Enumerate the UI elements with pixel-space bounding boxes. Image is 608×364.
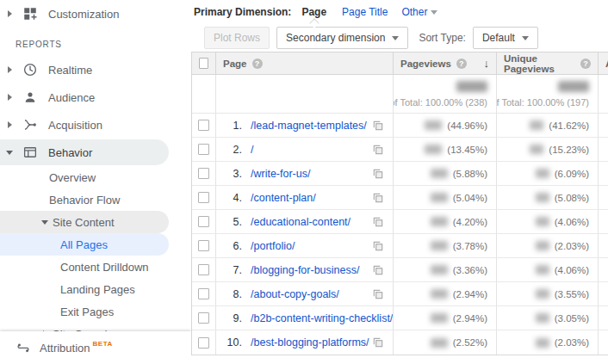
- redacted-value: [431, 265, 448, 275]
- open-page-icon[interactable]: [372, 288, 384, 300]
- open-page-icon[interactable]: [372, 168, 384, 180]
- row-checkbox[interactable]: [198, 312, 209, 324]
- open-page-icon[interactable]: [372, 216, 384, 228]
- unique-percent: (3.05%): [555, 313, 589, 324]
- row-checkbox[interactable]: [198, 168, 209, 179]
- column-header-page[interactable]: Page ?: [216, 52, 394, 74]
- redacted-value: [536, 217, 549, 226]
- analytics-app: Customization REPORTS Realtime Audience …: [0, 0, 608, 364]
- row-rank: 3.: [223, 168, 242, 180]
- row-checkbox[interactable]: [198, 216, 209, 227]
- row-rank: 7.: [223, 264, 242, 276]
- clock-icon: [22, 62, 38, 77]
- secondary-dimension-dropdown[interactable]: Secondary dimension: [276, 27, 408, 49]
- page-link[interactable]: /blogging-for-business/: [251, 264, 359, 276]
- table-row: 10. /best-blogging-platforms/ (2.52%) (2…: [192, 330, 608, 355]
- sort-descending-icon[interactable]: ↓: [484, 57, 490, 70]
- open-page-icon[interactable]: [372, 192, 384, 204]
- open-page-icon[interactable]: [372, 240, 384, 252]
- pageviews-percent: (2.94%): [453, 313, 487, 324]
- sidebar-item-behavior-flow[interactable]: Behavior Flow: [0, 188, 191, 211]
- sort-type-dropdown[interactable]: Default: [473, 27, 538, 49]
- sidebar-item-attribution[interactable]: Attribution BETA: [0, 331, 191, 364]
- row-pageviews-cell: (4.20%): [394, 210, 497, 233]
- sidebar-item-exit-pages[interactable]: Exit Pages: [0, 300, 191, 323]
- help-icon[interactable]: ?: [252, 59, 263, 69]
- open-page-icon[interactable]: [372, 120, 384, 132]
- chevron-down-icon: [392, 36, 399, 40]
- page-link[interactable]: /lead-magnet-templates/: [251, 120, 367, 132]
- row-checkbox[interactable]: [198, 240, 209, 251]
- expand-caret-icon[interactable]: [3, 66, 16, 73]
- expand-caret-icon[interactable]: [3, 94, 16, 101]
- row-page-cell: 5. /educational-content/: [216, 210, 394, 233]
- open-page-icon[interactable]: [372, 264, 384, 276]
- row-checkbox[interactable]: [198, 337, 209, 349]
- dimension-tab-page[interactable]: Page: [301, 6, 326, 18]
- page-link[interactable]: /about-copy-goals/: [251, 288, 339, 300]
- row-checkbox-cell: [192, 330, 216, 355]
- row-checkbox[interactable]: [198, 144, 209, 155]
- select-all-checkbox[interactable]: [199, 58, 208, 69]
- page-link[interactable]: /b2b-content-writing-checklist/: [251, 312, 393, 324]
- sidebar-item-content-drilldown[interactable]: Content Drilldown: [0, 256, 191, 278]
- sidebar-item-acquisition[interactable]: Acquisition: [0, 111, 191, 139]
- row-checkbox-cell: [192, 210, 216, 233]
- expand-caret-icon[interactable]: [3, 10, 16, 17]
- column-header-avg-truncated[interactable]: Av: [599, 52, 608, 74]
- sidebar-item-realtime[interactable]: Realtime: [0, 56, 191, 83]
- row-checkbox[interactable]: [198, 120, 209, 131]
- page-link[interactable]: /educational-content/: [251, 216, 351, 228]
- row-avg-cell: [599, 330, 608, 355]
- sidebar-item-overview[interactable]: Overview: [0, 166, 191, 188]
- page-link[interactable]: /best-blogging-platforms/: [251, 336, 369, 349]
- open-page-icon[interactable]: [372, 336, 384, 349]
- table-toolbar: Plot Rows Secondary dimension Sort Type:…: [204, 25, 608, 51]
- help-icon[interactable]: ?: [456, 59, 467, 69]
- row-checkbox-cell: [192, 162, 216, 185]
- row-avg-cell: [599, 258, 608, 281]
- sidebar-label: All Pages: [60, 238, 108, 251]
- sidebar-item-site-content[interactable]: Site Content: [0, 211, 169, 233]
- page-link[interactable]: /write-for-us/: [251, 168, 310, 180]
- collapse-caret-icon[interactable]: [40, 220, 50, 225]
- dimension-tab-page-title[interactable]: Page Title: [342, 6, 388, 18]
- row-checkbox[interactable]: [198, 288, 209, 299]
- redacted-value: [425, 120, 442, 130]
- help-icon[interactable]: ?: [580, 59, 591, 69]
- row-checkbox[interactable]: [198, 192, 209, 203]
- collapse-caret-icon[interactable]: [3, 151, 16, 155]
- dimension-tab-other[interactable]: Other: [401, 6, 437, 18]
- pageviews-percent: (5.88%): [453, 169, 487, 179]
- sidebar-item-behavior[interactable]: Behavior: [0, 139, 169, 165]
- row-checkbox-cell: [192, 114, 216, 137]
- open-page-icon[interactable]: [372, 144, 384, 156]
- pageviews-percent: (3.78%): [453, 241, 487, 251]
- row-pageviews-cell: (44.96%): [394, 114, 497, 137]
- summary-avg-cell: [599, 75, 608, 113]
- redacted-value: [536, 338, 549, 348]
- page-link[interactable]: /: [251, 144, 253, 156]
- sidebar-label: Audience: [48, 91, 95, 104]
- redacted-value: [431, 217, 448, 226]
- row-page-cell: 8. /about-copy-goals/: [216, 282, 394, 305]
- column-header-unique-pageviews[interactable]: Unique Pageviews ?: [497, 52, 599, 74]
- sidebar-item-audience[interactable]: Audience: [0, 83, 191, 111]
- redacted-value: [431, 169, 448, 178]
- sidebar-item-all-pages[interactable]: All Pages: [0, 233, 169, 256]
- row-checkbox-cell: [192, 306, 216, 330]
- table-row: 3. /write-for-us/ (5.88%) (6.09%): [192, 162, 608, 186]
- row-checkbox[interactable]: [198, 264, 209, 275]
- sidebar-item-landing-pages[interactable]: Landing Pages: [0, 278, 191, 300]
- row-checkbox-cell: [192, 282, 216, 305]
- redacted-value: [536, 289, 549, 299]
- sidebar-item-customization[interactable]: Customization: [0, 0, 191, 28]
- redacted-value: [536, 169, 549, 178]
- row-checkbox-cell: [192, 234, 216, 257]
- page-link[interactable]: /portfolio/: [251, 240, 295, 252]
- reports-section-label: REPORTS: [16, 40, 191, 49]
- column-header-pageviews[interactable]: Pageviews ? ↓: [394, 52, 497, 74]
- expand-caret-icon[interactable]: [3, 121, 16, 128]
- plot-rows-button[interactable]: Plot Rows: [204, 27, 270, 49]
- page-link[interactable]: /content-plan/: [251, 192, 316, 204]
